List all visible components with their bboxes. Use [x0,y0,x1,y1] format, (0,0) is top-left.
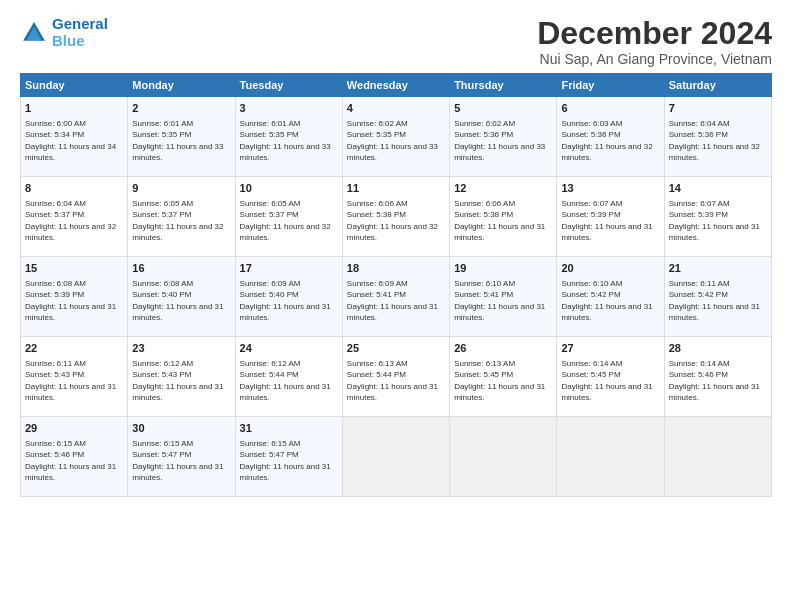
calendar-cell: 21Sunrise: 6:11 AMSunset: 5:42 PMDayligh… [664,257,771,337]
day-number: 2 [132,101,230,116]
col-header-sunday: Sunday [21,74,128,97]
day-number: 28 [669,341,767,356]
day-number: 26 [454,341,552,356]
calendar-cell: 31Sunrise: 6:15 AMSunset: 5:47 PMDayligh… [235,417,342,497]
day-info: Sunrise: 6:13 AMSunset: 5:45 PMDaylight:… [454,358,552,404]
calendar-cell: 12Sunrise: 6:06 AMSunset: 5:38 PMDayligh… [450,177,557,257]
day-number: 4 [347,101,445,116]
calendar-cell: 28Sunrise: 6:14 AMSunset: 5:46 PMDayligh… [664,337,771,417]
day-info: Sunrise: 6:01 AMSunset: 5:35 PMDaylight:… [240,118,338,164]
calendar-cell [557,417,664,497]
day-info: Sunrise: 6:15 AMSunset: 5:46 PMDaylight:… [25,438,123,484]
calendar-cell: 4Sunrise: 6:02 AMSunset: 5:35 PMDaylight… [342,97,449,177]
day-info: Sunrise: 6:07 AMSunset: 5:39 PMDaylight:… [561,198,659,244]
calendar-cell: 10Sunrise: 6:05 AMSunset: 5:37 PMDayligh… [235,177,342,257]
day-info: Sunrise: 6:00 AMSunset: 5:34 PMDaylight:… [25,118,123,164]
day-info: Sunrise: 6:01 AMSunset: 5:35 PMDaylight:… [132,118,230,164]
day-number: 13 [561,181,659,196]
calendar-table: SundayMondayTuesdayWednesdayThursdayFrid… [20,73,772,497]
calendar-cell [664,417,771,497]
day-info: Sunrise: 6:06 AMSunset: 5:38 PMDaylight:… [454,198,552,244]
title-block: December 2024 Nui Sap, An Giang Province… [537,16,772,67]
location: Nui Sap, An Giang Province, Vietnam [537,51,772,67]
calendar-cell: 13Sunrise: 6:07 AMSunset: 5:39 PMDayligh… [557,177,664,257]
day-info: Sunrise: 6:12 AMSunset: 5:43 PMDaylight:… [132,358,230,404]
logo-icon [20,19,48,47]
day-info: Sunrise: 6:11 AMSunset: 5:42 PMDaylight:… [669,278,767,324]
day-number: 3 [240,101,338,116]
day-info: Sunrise: 6:12 AMSunset: 5:44 PMDaylight:… [240,358,338,404]
day-info: Sunrise: 6:09 AMSunset: 5:40 PMDaylight:… [240,278,338,324]
day-number: 14 [669,181,767,196]
col-header-monday: Monday [128,74,235,97]
day-info: Sunrise: 6:08 AMSunset: 5:40 PMDaylight:… [132,278,230,324]
day-info: Sunrise: 6:02 AMSunset: 5:36 PMDaylight:… [454,118,552,164]
day-number: 7 [669,101,767,116]
day-number: 30 [132,421,230,436]
calendar-cell: 30Sunrise: 6:15 AMSunset: 5:47 PMDayligh… [128,417,235,497]
day-number: 27 [561,341,659,356]
calendar-cell: 15Sunrise: 6:08 AMSunset: 5:39 PMDayligh… [21,257,128,337]
day-number: 21 [669,261,767,276]
day-number: 6 [561,101,659,116]
calendar-cell: 19Sunrise: 6:10 AMSunset: 5:41 PMDayligh… [450,257,557,337]
calendar-cell: 26Sunrise: 6:13 AMSunset: 5:45 PMDayligh… [450,337,557,417]
logo-text: General Blue [52,16,108,49]
day-info: Sunrise: 6:08 AMSunset: 5:39 PMDaylight:… [25,278,123,324]
day-number: 20 [561,261,659,276]
day-info: Sunrise: 6:14 AMSunset: 5:46 PMDaylight:… [669,358,767,404]
day-info: Sunrise: 6:15 AMSunset: 5:47 PMDaylight:… [240,438,338,484]
day-info: Sunrise: 6:11 AMSunset: 5:43 PMDaylight:… [25,358,123,404]
calendar-cell: 16Sunrise: 6:08 AMSunset: 5:40 PMDayligh… [128,257,235,337]
month-title: December 2024 [537,16,772,51]
calendar-cell: 9Sunrise: 6:05 AMSunset: 5:37 PMDaylight… [128,177,235,257]
calendar-cell: 3Sunrise: 6:01 AMSunset: 5:35 PMDaylight… [235,97,342,177]
calendar-cell: 25Sunrise: 6:13 AMSunset: 5:44 PMDayligh… [342,337,449,417]
calendar-cell: 18Sunrise: 6:09 AMSunset: 5:41 PMDayligh… [342,257,449,337]
calendar-cell [342,417,449,497]
day-info: Sunrise: 6:04 AMSunset: 5:37 PMDaylight:… [25,198,123,244]
calendar-cell: 22Sunrise: 6:11 AMSunset: 5:43 PMDayligh… [21,337,128,417]
day-number: 12 [454,181,552,196]
day-number: 8 [25,181,123,196]
day-number: 19 [454,261,552,276]
day-number: 22 [25,341,123,356]
day-number: 1 [25,101,123,116]
day-info: Sunrise: 6:10 AMSunset: 5:41 PMDaylight:… [454,278,552,324]
calendar-cell: 14Sunrise: 6:07 AMSunset: 5:39 PMDayligh… [664,177,771,257]
calendar-cell: 5Sunrise: 6:02 AMSunset: 5:36 PMDaylight… [450,97,557,177]
page: General Blue December 2024 Nui Sap, An G… [0,0,792,612]
day-number: 31 [240,421,338,436]
day-info: Sunrise: 6:03 AMSunset: 5:36 PMDaylight:… [561,118,659,164]
col-header-wednesday: Wednesday [342,74,449,97]
calendar-cell: 27Sunrise: 6:14 AMSunset: 5:45 PMDayligh… [557,337,664,417]
day-number: 24 [240,341,338,356]
day-info: Sunrise: 6:09 AMSunset: 5:41 PMDaylight:… [347,278,445,324]
calendar-cell: 2Sunrise: 6:01 AMSunset: 5:35 PMDaylight… [128,97,235,177]
calendar-cell: 8Sunrise: 6:04 AMSunset: 5:37 PMDaylight… [21,177,128,257]
day-number: 11 [347,181,445,196]
day-info: Sunrise: 6:13 AMSunset: 5:44 PMDaylight:… [347,358,445,404]
col-header-saturday: Saturday [664,74,771,97]
calendar-cell: 23Sunrise: 6:12 AMSunset: 5:43 PMDayligh… [128,337,235,417]
calendar-cell: 1Sunrise: 6:00 AMSunset: 5:34 PMDaylight… [21,97,128,177]
day-number: 9 [132,181,230,196]
day-info: Sunrise: 6:10 AMSunset: 5:42 PMDaylight:… [561,278,659,324]
calendar-cell: 17Sunrise: 6:09 AMSunset: 5:40 PMDayligh… [235,257,342,337]
day-info: Sunrise: 6:15 AMSunset: 5:47 PMDaylight:… [132,438,230,484]
day-number: 25 [347,341,445,356]
col-header-friday: Friday [557,74,664,97]
calendar-cell: 24Sunrise: 6:12 AMSunset: 5:44 PMDayligh… [235,337,342,417]
day-info: Sunrise: 6:14 AMSunset: 5:45 PMDaylight:… [561,358,659,404]
day-number: 5 [454,101,552,116]
day-info: Sunrise: 6:07 AMSunset: 5:39 PMDaylight:… [669,198,767,244]
header: General Blue December 2024 Nui Sap, An G… [20,16,772,67]
calendar-cell: 20Sunrise: 6:10 AMSunset: 5:42 PMDayligh… [557,257,664,337]
day-number: 23 [132,341,230,356]
day-number: 18 [347,261,445,276]
day-info: Sunrise: 6:05 AMSunset: 5:37 PMDaylight:… [132,198,230,244]
day-number: 29 [25,421,123,436]
col-header-thursday: Thursday [450,74,557,97]
calendar-cell: 7Sunrise: 6:04 AMSunset: 5:36 PMDaylight… [664,97,771,177]
day-info: Sunrise: 6:05 AMSunset: 5:37 PMDaylight:… [240,198,338,244]
